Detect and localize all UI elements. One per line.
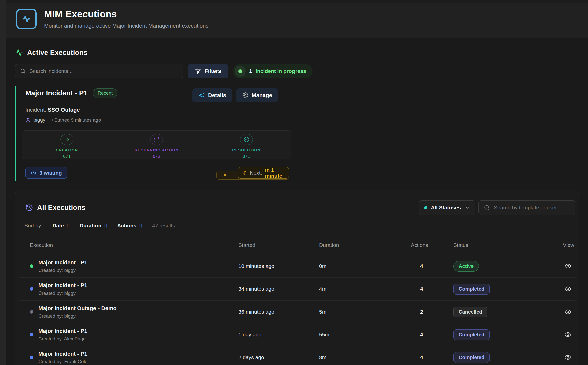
active-executions-heading: Active Executions: [15, 49, 579, 57]
started-value: 2 days ago: [238, 354, 319, 360]
duration-value: 8m: [319, 354, 411, 360]
sort-actions-button[interactable]: Actions ↑↓: [117, 223, 142, 229]
incident-name: SSO Outage: [48, 107, 80, 113]
sort-arrows-icon: ↑↓: [66, 223, 70, 229]
execution-title: Major Incident - P1: [38, 259, 87, 266]
col-actions: Actions: [411, 242, 453, 248]
eye-icon: [564, 331, 572, 338]
table-row: Major Incident Outage - Demo Created by:…: [19, 300, 575, 323]
search-icon: [20, 68, 26, 74]
execution-created-by: Created by: biggy: [38, 268, 87, 273]
actions-count: 2: [411, 309, 453, 315]
eye-icon: [564, 354, 572, 361]
stage-count: 0/2: [153, 154, 161, 159]
status-filter-value: All Statuses: [431, 205, 461, 211]
check-circle-stage-circle: [240, 134, 253, 145]
col-view: View: [563, 242, 576, 248]
started-value: 10 minutes ago: [238, 263, 319, 269]
stage-name: RESOLUTION: [232, 148, 260, 152]
sort-by-label: Sort by:: [24, 223, 42, 229]
duration-value: 5m: [319, 309, 411, 315]
user-icon: [25, 117, 31, 123]
row-status-dot-icon: [30, 310, 33, 314]
status-badge: Completed: [453, 352, 490, 363]
status-dot-icon: [424, 206, 427, 209]
filters-button[interactable]: Filters: [188, 64, 228, 78]
view-button[interactable]: [563, 284, 573, 294]
megaphone-icon: [199, 92, 205, 98]
row-status-dot-icon: [30, 264, 33, 268]
funnel-icon: [195, 68, 201, 74]
clock-icon: [31, 170, 36, 176]
details-button[interactable]: Details: [192, 88, 232, 102]
manage-button[interactable]: Manage: [236, 88, 278, 102]
play-stage-circle: [60, 134, 73, 145]
execution-created-by: Created by: biggy: [38, 290, 87, 296]
status-badge: Cancelled: [453, 307, 487, 317]
pulse-dot-halo: [235, 66, 246, 77]
view-button[interactable]: [563, 261, 573, 271]
view-button[interactable]: [563, 330, 573, 339]
recent-badge: Recent: [93, 88, 117, 98]
incident-progress-label: incident in progress: [256, 68, 306, 74]
col-execution: Execution: [30, 242, 238, 248]
table-row: Major Incident - P1 Created by: biggy 34…: [19, 277, 575, 300]
view-button[interactable]: [563, 353, 573, 362]
window-edge-strip: [0, 0, 6, 365]
pulse-icon: [15, 49, 23, 57]
active-executions-title: Active Executions: [27, 49, 87, 57]
table-header: Execution Started Duration Actions Statu…: [19, 237, 575, 255]
page-subtitle: Monitor and manage active Major Incident…: [44, 23, 208, 29]
incident-search-input[interactable]: [29, 68, 179, 74]
repeat-stage-circle: [150, 134, 163, 145]
stage-count: 0/1: [243, 154, 250, 159]
status-badge: Completed: [453, 329, 490, 340]
sort-duration-button[interactable]: Duration ↑↓: [80, 223, 107, 229]
check-circle-icon: [243, 136, 250, 143]
template-search-input[interactable]: [494, 205, 570, 211]
stage-name: CREATION: [56, 148, 78, 152]
incident-count: 1: [249, 68, 252, 75]
incident-label: Incident:: [25, 107, 46, 113]
window-top-edge: [6, 0, 588, 3]
waiting-badge: 3 waiting: [25, 167, 67, 179]
row-status-dot-icon: [30, 287, 33, 291]
started-value: 34 minutes ago: [238, 286, 319, 292]
repeat-icon: [154, 136, 160, 143]
execution-created-by: Created by: Frank Cole: [38, 359, 87, 364]
execution-card-title: Major Incident - P1: [25, 89, 88, 97]
results-count: 47 results: [152, 223, 175, 229]
sort-date-button[interactable]: Date ↑↓: [52, 223, 70, 229]
execution-created-by: Created by: biggy: [38, 313, 117, 319]
duration-value: 0m: [319, 263, 411, 269]
sort-arrows-icon: ↑↓: [138, 223, 142, 229]
header-text: MIM Executions Monitor and manage active…: [44, 9, 208, 29]
activity-square-icon: [16, 9, 37, 29]
alert-circle-icon: [243, 170, 247, 176]
eye-icon: [564, 285, 572, 293]
details-label: Details: [208, 92, 226, 99]
row-status-dot-icon: [30, 333, 33, 336]
eye-icon: [564, 262, 572, 270]
status-badge: Active: [453, 261, 479, 272]
stage: RESOLUTION 0/1: [202, 131, 291, 159]
actions-count: 4: [411, 286, 453, 292]
table-row: Major Incident - P1 Created by: Alex Pag…: [19, 323, 575, 346]
execution-title: Major Incident - P1: [38, 351, 87, 357]
stages-panel: CREATION 0/1 RECURRING ACTION 0/2 RESOLU…: [22, 130, 291, 159]
actions-count: 4: [411, 332, 453, 338]
gear-icon: [242, 92, 248, 98]
started-value: 36 minutes ago: [238, 309, 319, 315]
active-execution-card: Major Incident - P1 Recent Details Manag…: [15, 86, 278, 181]
actions-count: 4: [411, 263, 453, 269]
status-badge: Completed: [453, 284, 490, 295]
view-button[interactable]: [563, 307, 573, 317]
incident-line: Incident: SSO Outage: [25, 107, 278, 113]
chevron-down-icon: [465, 205, 470, 210]
col-started: Started: [238, 242, 319, 248]
page-title: MIM Executions: [44, 9, 208, 20]
next-value: in 1 minute: [265, 167, 284, 179]
status-filter-dropdown[interactable]: All Statuses: [419, 200, 475, 215]
col-duration: Duration: [319, 242, 411, 248]
green-dot-icon: [238, 69, 242, 73]
